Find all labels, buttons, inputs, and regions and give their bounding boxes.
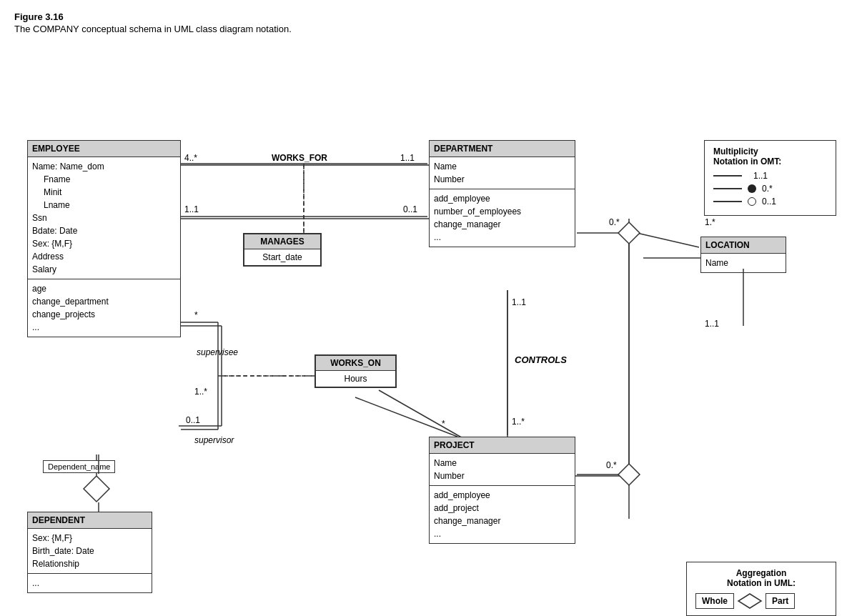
notation-label-11: 1..1 [753,171,768,181]
project-methods: add_employee add_project change_manager … [430,486,575,543]
department-attributes: Name Number [430,157,575,189]
workson-header: WORKS_ON [316,356,395,371]
svg-line-28 [355,397,457,437]
notation-line-1 [713,175,742,177]
location-proj-mult: 1..1 [705,319,719,329]
controls-proj-mult: 1..* [512,417,525,427]
aggregation-diamond-icon [737,592,763,610]
works-for-emp-mult: 4..* [184,153,197,163]
dependent-methods: ... [28,574,152,592]
manages-class: MANAGES Start_date [243,233,322,267]
dept-location-mult: 0.* [609,217,620,227]
figure-title: Figure 3.16 [14,11,848,22]
dependent-header: DEPENDENT [28,512,152,529]
aggregation-notation-box: Aggregation Notation in UML: Whole Part [686,562,836,616]
dependent-attributes: Sex: {M,F} Birth_date: Date Relationship [28,529,152,574]
notation-title: Multiplicity Notation in OMT: [713,146,827,167]
svg-marker-38 [618,464,640,485]
manages-attributes: Start_date [244,249,320,265]
manages-emp-mult: 1..1 [184,204,199,214]
manages-dept-mult: 0..1 [403,204,417,214]
notation-row-01: 0..1 [713,197,827,207]
workson-proj-mult: * [442,419,445,429]
svg-line-31 [637,233,699,247]
project-header: PROJECT [430,437,575,454]
controls-label: CONTROLS [515,354,567,365]
location-dept-mult: 1.* [705,217,715,227]
controls-dept-mult: 1..1 [512,297,526,307]
works-for-label: WORKS_FOR [272,153,327,163]
notation-row-0star: 0.* [713,184,827,194]
workson-class: WORKS_ON Hours [314,354,397,388]
proj-location-mult: 0.* [606,460,617,470]
department-header: DEPARTMENT [430,141,575,157]
workson-attributes: Hours [316,371,395,387]
part-box: Part [766,593,795,609]
works-for-dept-mult: 1..1 [400,153,415,163]
workson-emp-mult: 1..* [194,387,207,397]
notation-circle [748,197,756,206]
supervision-star: * [194,310,198,320]
location-class: LOCATION Name [700,237,786,273]
location-header: LOCATION [701,237,786,254]
aggregation-title: Aggregation Notation in UML: [695,568,827,588]
notation-line-3 [713,201,742,202]
employee-header: EMPLOYEE [28,141,180,157]
whole-box: Whole [695,593,734,609]
employee-methods: age change_department change_projects ..… [28,279,180,337]
dependent-name-label: Dependent_name [43,460,115,473]
manages-header: MANAGES [244,234,320,249]
notation-line-2 [713,188,742,189]
location-attributes: Name [701,254,786,272]
department-class: DEPARTMENT Name Number add_employee numb… [429,140,575,247]
figure-caption: The COMPANY conceptual schema in UML cla… [14,24,848,34]
svg-marker-19 [84,476,109,502]
supervisor-label: supervisor [194,435,234,445]
dependent-class: DEPENDENT Sex: {M,F} Birth_date: Date Re… [27,512,152,593]
notation-dot [748,184,756,193]
employee-class: EMPLOYEE Name: Name_dom Fname Minit Lnam… [27,140,181,337]
project-attributes: Name Number [430,454,575,486]
diagram-area: EMPLOYEE Name: Name_dom Fname Minit Lnam… [14,47,843,616]
department-methods: add_employee number_of_employees change_… [430,189,575,247]
notation-row-11: 1..1 [713,171,827,181]
multiplicity-notation-box: Multiplicity Notation in OMT: 1..1 0.* 0… [704,140,836,216]
aggregation-row: Whole Part [695,592,827,610]
dependent-diamond [82,476,111,505]
supervision-01: 0..1 [186,415,200,425]
employee-attributes: Name: Name_dom Fname Minit Lname Ssn Bda… [28,157,180,279]
supervisee-label: supervisee [197,347,238,357]
notation-label-01: 0..1 [762,197,776,207]
svg-marker-37 [618,222,640,244]
svg-marker-20 [738,594,761,608]
notation-label-0star: 0.* [762,184,773,194]
project-class: PROJECT Name Number add_employee add_pro… [429,437,575,544]
